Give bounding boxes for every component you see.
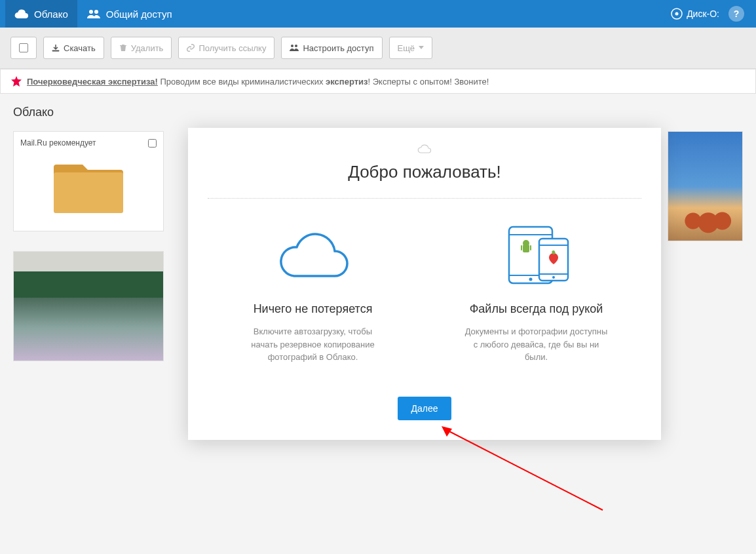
folder-icon <box>52 157 124 216</box>
disk-icon <box>671 8 683 20</box>
folder-checkbox[interactable] <box>148 139 157 148</box>
svg-point-4 <box>291 45 293 47</box>
top-nav: Облако Общий доступ Диск-О: ? <box>0 0 756 28</box>
access-button[interactable]: Настроить доступ <box>281 37 382 59</box>
svg-point-12 <box>523 240 529 247</box>
welcome-modal: Добро пожаловать! Ничего не потеряется В… <box>188 128 661 440</box>
svg-point-0 <box>89 10 93 14</box>
svg-line-20 <box>447 430 603 510</box>
svg-rect-14 <box>530 245 531 250</box>
nav-tab-shared[interactable]: Общий доступ <box>77 0 181 28</box>
folder-title: Mail.Ru рекомендует <box>20 138 96 148</box>
feature2-title: Файлы всегда под рукой <box>438 302 635 316</box>
folder-tile[interactable]: Mail.Ru рекомендует <box>13 131 164 231</box>
svg-point-1 <box>94 10 98 14</box>
toolbar: Скачать Удалить Получить ссылку Настроит… <box>0 28 756 69</box>
image-tile-lake[interactable] <box>13 251 164 361</box>
nav-tab-cloud[interactable]: Облако <box>5 0 77 28</box>
chevron-down-icon <box>419 46 424 50</box>
disk-o-label: Диск-О: <box>687 9 719 19</box>
download-icon <box>52 44 60 52</box>
svg-point-3 <box>675 12 679 16</box>
feature-devices: Файлы всегда под рукой Документы и фотог… <box>431 218 641 364</box>
promo-banner: Почерковедческая экспертиза! Проводим вс… <box>0 69 756 94</box>
svg-point-5 <box>295 45 297 47</box>
people-icon <box>290 44 299 52</box>
select-all-checkbox[interactable] <box>10 37 37 59</box>
cloud-small-icon <box>417 144 432 154</box>
feature2-text: Документы и фотографии доступны с любого… <box>464 325 609 364</box>
feature1-text: Включите автозагрузку, чтобы начать резе… <box>241 325 385 364</box>
breadcrumb: Облако <box>0 94 756 131</box>
nav-shared-label: Общий доступ <box>106 9 172 20</box>
cloud-icon <box>14 9 29 19</box>
feature-backup: Ничего не потеряется Включите автозагруз… <box>208 218 418 364</box>
svg-point-10 <box>529 278 532 281</box>
more-button[interactable]: Ещё <box>389 37 433 59</box>
link-icon <box>187 44 195 52</box>
promo-icon <box>11 76 22 87</box>
nav-cloud-label: Облако <box>34 9 68 20</box>
help-button[interactable]: ? <box>728 6 744 22</box>
svg-rect-13 <box>521 245 522 250</box>
svg-rect-6 <box>54 172 123 213</box>
trash-icon <box>119 44 127 52</box>
disk-o-link[interactable]: Диск-О: <box>671 8 719 20</box>
cloud-outline-icon <box>271 225 356 284</box>
download-button[interactable]: Скачать <box>43 37 104 59</box>
feature1-title: Ничего не потеряется <box>214 302 411 316</box>
svg-point-18 <box>552 276 555 279</box>
next-button[interactable]: Далее <box>398 397 451 420</box>
devices-icon <box>497 222 576 287</box>
modal-title: Добро пожаловать! <box>208 162 641 182</box>
delete-button[interactable]: Удалить <box>111 37 172 59</box>
people-icon <box>86 9 101 19</box>
getlink-button[interactable]: Получить ссылку <box>178 37 274 59</box>
image-tile-sky[interactable] <box>668 131 743 241</box>
divider <box>208 198 641 199</box>
promo-link[interactable]: Почерковедческая экспертиза! <box>27 77 158 87</box>
